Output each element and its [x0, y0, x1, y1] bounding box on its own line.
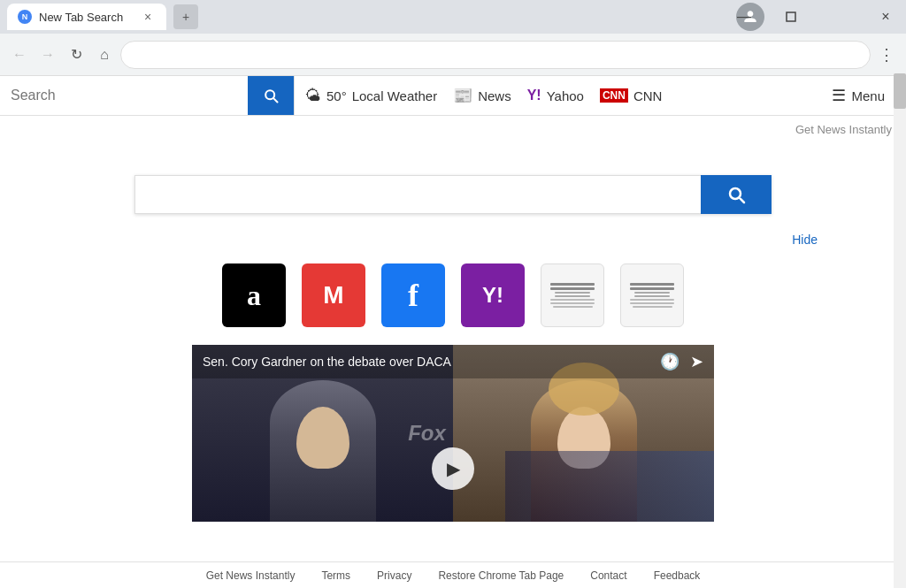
shortcut-yahoo[interactable]: Y! — [461, 263, 525, 327]
active-tab[interactable]: N New Tab Search × — [7, 4, 166, 30]
video-title-bar: Sen. Cory Gardner on the debate over DAC… — [192, 345, 714, 378]
tab-close-button[interactable]: × — [140, 9, 156, 25]
yahoo-icon-shortcut: Y! — [461, 263, 525, 327]
tab-favicon: N — [18, 10, 32, 24]
page-footer: Get News Instantly Terms Privacy Restore… — [0, 561, 906, 588]
shortcut-amazon[interactable]: a — [222, 263, 286, 327]
toolbar-search-widget — [0, 76, 295, 115]
yahoo-icon: Y! — [527, 88, 541, 103]
weather-item[interactable]: 🌤 50° Local Weather — [305, 87, 437, 105]
footer-link-2[interactable]: Privacy — [377, 569, 411, 582]
hide-link[interactable]: Hide — [792, 233, 818, 247]
shortcut-news1[interactable] — [541, 263, 604, 327]
video-thumbnail: Fox Sen. Cory Gardner on the debate over… — [192, 345, 714, 522]
toolbar-search-input[interactable] — [0, 76, 248, 115]
video-container[interactable]: Fox Sen. Cory Gardner on the debate over… — [192, 345, 714, 522]
svg-rect-0 — [787, 12, 795, 21]
forward-button[interactable]: → — [35, 42, 60, 67]
video-clock-icon[interactable]: 🕐 — [660, 352, 680, 371]
city-background — [505, 451, 714, 522]
tab-title: New Tab Search — [39, 11, 123, 24]
shortcut-gmail[interactable]: M — [302, 263, 365, 327]
video-play-button[interactable]: ▶ — [432, 447, 474, 490]
home-button[interactable]: ⌂ — [92, 42, 117, 67]
menu-label: Menu — [851, 88, 885, 103]
gmail-icon: M — [302, 263, 365, 327]
main-content: Get News Instantly Hide a M — [0, 116, 906, 522]
yahoo-label: Yahoo — [547, 88, 584, 103]
address-input[interactable] — [120, 41, 871, 69]
center-search-input[interactable] — [134, 175, 701, 214]
shortcut-news2[interactable] — [620, 263, 684, 327]
center-search-area — [0, 140, 906, 241]
footer-link-0[interactable]: Get News Instantly — [206, 569, 296, 582]
menu-icon: ☰ — [832, 86, 846, 105]
weather-label: Local Weather — [352, 88, 437, 103]
toolbar-nav: 🌤 50° Local Weather 📰 News Y! Yahoo CNN … — [295, 86, 906, 105]
footer-link-4[interactable]: Contact — [590, 569, 626, 582]
close-button[interactable]: × — [865, 0, 906, 34]
video-share-icon[interactable]: ➤ — [690, 352, 703, 371]
new-tab-button[interactable]: + — [173, 4, 198, 29]
cnn-label: CNN — [633, 88, 663, 103]
center-search-box — [134, 175, 772, 214]
weather-temp: 50° — [326, 88, 347, 103]
title-bar: N New Tab Search × + — × — [0, 0, 906, 34]
news1-icon — [541, 263, 604, 327]
reload-button[interactable]: ↻ — [64, 42, 88, 67]
back-button[interactable]: ← — [7, 42, 32, 67]
cnn-icon: CNN — [600, 88, 628, 103]
get-news-text: Get News Instantly — [795, 123, 892, 136]
video-icons: 🕐 ➤ — [660, 352, 703, 371]
amazon-icon: a — [222, 263, 286, 327]
footer-link-5[interactable]: Feedback — [654, 569, 701, 582]
maximize-button[interactable] — [771, 0, 811, 34]
cnn-item[interactable]: CNN CNN — [600, 88, 663, 103]
center-search-button[interactable] — [701, 175, 772, 214]
minimize-button[interactable]: — — [724, 0, 764, 34]
video-title-text: Sen. Cory Gardner on the debate over DAC… — [203, 355, 451, 369]
play-icon: ▶ — [447, 458, 460, 479]
toolbar-search-button[interactable] — [248, 76, 294, 115]
shortcuts-row: a M f Y! — [0, 255, 906, 345]
news-icon: 📰 — [453, 86, 472, 105]
shortcut-facebook[interactable]: f — [381, 263, 445, 327]
facebook-icon: f — [381, 263, 445, 327]
address-bar: ← → ↻ ⌂ ⋮ — [0, 34, 906, 76]
weather-icon: 🌤 — [305, 87, 321, 105]
scrollbar-thumb[interactable] — [894, 73, 906, 109]
hide-button-area: Hide — [0, 232, 906, 248]
news-label: News — [478, 88, 511, 103]
yahoo-item[interactable]: Y! Yahoo — [527, 88, 584, 103]
scrollbar[interactable] — [894, 73, 906, 588]
news-item[interactable]: 📰 News — [453, 86, 511, 105]
menu-item[interactable]: ☰ Menu — [832, 86, 895, 105]
video-section: Fox Sen. Cory Gardner on the debate over… — [0, 345, 906, 522]
chrome-menu-button[interactable]: ⋮ — [874, 42, 899, 67]
footer-link-1[interactable]: Terms — [321, 569, 350, 582]
toolbar: 🌤 50° Local Weather 📰 News Y! Yahoo CNN … — [0, 76, 906, 116]
footer-link-3[interactable]: Restore Chrome Tab Page — [438, 569, 564, 582]
news2-icon — [620, 263, 684, 327]
get-news-bar: Get News Instantly — [0, 116, 906, 140]
